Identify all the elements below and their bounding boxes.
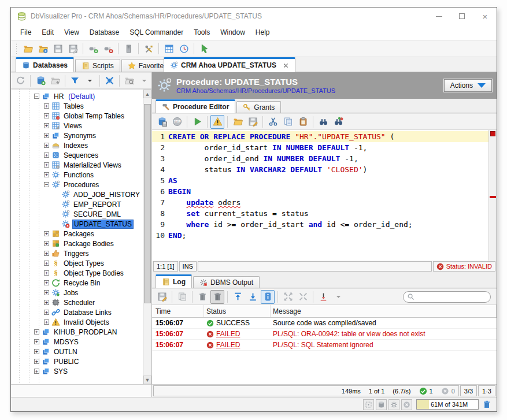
- disconnect-button[interactable]: [101, 42, 115, 55]
- tree-item-scheduler[interactable]: +Scheduler: [11, 298, 143, 307]
- menu-window[interactable]: Window: [220, 28, 245, 36]
- log-tab-dbms-output[interactable]: DBMS Output: [193, 276, 260, 288]
- expand-node-icon[interactable]: +: [34, 359, 39, 364]
- connect-button[interactable]: [86, 42, 100, 55]
- close-button[interactable]: ×: [473, 8, 497, 25]
- save-edit-gray-button[interactable]: [66, 42, 80, 55]
- server-button[interactable]: [121, 42, 135, 55]
- tree-item-invalid-objects[interactable]: +Invalid Objects: [11, 317, 143, 327]
- tree-item-hr[interactable]: −HR(Default): [11, 91, 143, 101]
- tab-databases[interactable]: Databases: [16, 57, 74, 72]
- tree-item-procedures[interactable]: −Procedures: [11, 180, 143, 189]
- filter-button[interactable]: [68, 74, 82, 88]
- scroll-up-icon[interactable]: ▲: [143, 90, 151, 98]
- menu-edit[interactable]: Edit: [42, 28, 54, 36]
- tab-close-icon[interactable]: [283, 62, 289, 69]
- expand-node-icon[interactable]: +: [44, 251, 49, 256]
- tree-item-mdsys[interactable]: +MDSYS: [11, 337, 143, 347]
- open-folder-button[interactable]: [21, 42, 35, 55]
- menu-file[interactable]: File: [20, 28, 31, 36]
- find-replace-button[interactable]: [331, 115, 345, 129]
- expand-node-icon[interactable]: +: [44, 290, 49, 295]
- tab-scripts[interactable]: Scripts: [75, 59, 120, 72]
- menu-tools[interactable]: Tools: [194, 28, 210, 36]
- tree-item-triggers[interactable]: +Triggers: [11, 248, 143, 258]
- execute-button[interactable]: [190, 115, 204, 129]
- copy-button[interactable]: [281, 115, 295, 129]
- tree-item-materialized-views[interactable]: +Materialized Views: [11, 160, 143, 170]
- toolbar-grip[interactable]: [15, 43, 18, 54]
- grid-status-button[interactable]: [363, 399, 374, 410]
- expand-node-icon[interactable]: +: [44, 113, 49, 118]
- gear-status-button[interactable]: [388, 399, 399, 410]
- tree-item-add-job-history[interactable]: ADD_JOB_HISTORY: [11, 189, 143, 199]
- dropdown-gray-button[interactable]: [331, 290, 345, 304]
- subtab-procedure-editor[interactable]: Procedure Editor: [156, 99, 235, 113]
- expand-node-icon[interactable]: +: [44, 270, 49, 276]
- warning-btn-button[interactable]: [210, 115, 224, 129]
- grid-calc-button[interactable]: [162, 42, 176, 55]
- run-cursor-button[interactable]: [197, 42, 211, 55]
- tree-item-package-bodies[interactable]: +Package Bodies: [11, 239, 143, 248]
- dropdown-button[interactable]: [83, 74, 97, 88]
- actions-button[interactable]: Actions: [444, 79, 492, 92]
- menu-database[interactable]: Database: [90, 28, 119, 36]
- log-column-message[interactable]: Message: [271, 305, 497, 317]
- folder-find-button[interactable]: [123, 74, 136, 88]
- expand-node-icon[interactable]: +: [44, 123, 49, 128]
- gc-trash-button[interactable]: [480, 400, 493, 409]
- expand-node-icon[interactable]: +: [44, 280, 49, 285]
- trash-active-button[interactable]: [210, 290, 224, 304]
- log-search-box[interactable]: [403, 291, 491, 303]
- info-active-button[interactable]: [261, 290, 275, 304]
- expand-node-icon[interactable]: +: [44, 143, 49, 148]
- tree-item-object-type-bodies[interactable]: +§Object Type Bodies: [11, 268, 143, 278]
- dropdown-gray-button[interactable]: [138, 74, 151, 88]
- error-mark-line7[interactable]: [490, 196, 496, 198]
- tree-item-jobs[interactable]: +Jobs: [11, 288, 143, 298]
- tree-item-secure-dml[interactable]: SECURE_DML: [11, 209, 143, 219]
- expand-node-icon[interactable]: +: [44, 231, 49, 236]
- log-search-input[interactable]: [415, 293, 487, 300]
- expand-button[interactable]: [281, 290, 295, 304]
- tail-button[interactable]: [316, 290, 330, 304]
- trash-button[interactable]: [195, 290, 209, 304]
- tree-item-indexes[interactable]: +Indexes: [11, 140, 143, 150]
- tree-item-tables[interactable]: +Tables: [11, 101, 143, 111]
- expand-node-icon[interactable]: +: [34, 339, 39, 344]
- refresh-button[interactable]: [14, 74, 27, 88]
- tree-item-outln[interactable]: +OUTLN: [11, 347, 143, 356]
- copy-gray-button[interactable]: [175, 290, 189, 304]
- find-button[interactable]: [316, 115, 330, 129]
- log-row[interactable]: 15:06:07FAILEDPL/SQL: SQL Statement igno…: [152, 340, 497, 351]
- tree-item-sys[interactable]: +SYS: [11, 366, 143, 376]
- save-edit-button[interactable]: [155, 290, 169, 304]
- tree-item-update-status[interactable]: UPDATE_STATUS: [11, 219, 143, 229]
- tree-item-public[interactable]: +PUBLIC: [11, 356, 143, 366]
- menu-help[interactable]: Help: [256, 28, 270, 36]
- save-edit-button[interactable]: [246, 115, 260, 129]
- tree-item-global-temp-tables[interactable]: +Global Temp Tables: [11, 111, 143, 121]
- log-row[interactable]: 15:06:07FAILEDPL/SQL: ORA-00942: table o…: [152, 329, 497, 340]
- expand-node-icon[interactable]: +: [44, 103, 49, 109]
- jump-bottom-button[interactable]: [246, 290, 260, 304]
- expand-node-icon[interactable]: +: [44, 162, 49, 168]
- tree-item-packages[interactable]: +Packages: [11, 229, 143, 239]
- db-add-button[interactable]: [34, 74, 47, 88]
- expand-node-icon[interactable]: +: [44, 319, 49, 325]
- clock-button[interactable]: [177, 42, 191, 55]
- scroll-down-icon[interactable]: ▼: [143, 376, 151, 384]
- object-breadcrumb[interactable]: CRM Ahoa/Schemas/HR/Procedures/UPDATE_ST…: [176, 87, 444, 95]
- open-folder-button[interactable]: [231, 115, 245, 129]
- database-tree[interactable]: −HR(Default)+Tables+Global Temp Tables+V…: [11, 90, 143, 384]
- expand-node-icon[interactable]: +: [44, 172, 49, 177]
- log-column-time[interactable]: Time: [152, 305, 204, 317]
- tree-item-sequences[interactable]: +Sequences: [11, 150, 143, 160]
- minimize-button[interactable]: [427, 8, 450, 25]
- error-mark-top[interactable]: [490, 131, 495, 136]
- log-tab-log[interactable]: Log: [156, 274, 192, 288]
- paste-button[interactable]: [296, 115, 310, 129]
- tree-item-recycle-bin[interactable]: +Recycle Bin: [11, 278, 143, 288]
- expand-node-icon[interactable]: +: [44, 310, 49, 315]
- expand-node-icon[interactable]: +: [44, 153, 49, 158]
